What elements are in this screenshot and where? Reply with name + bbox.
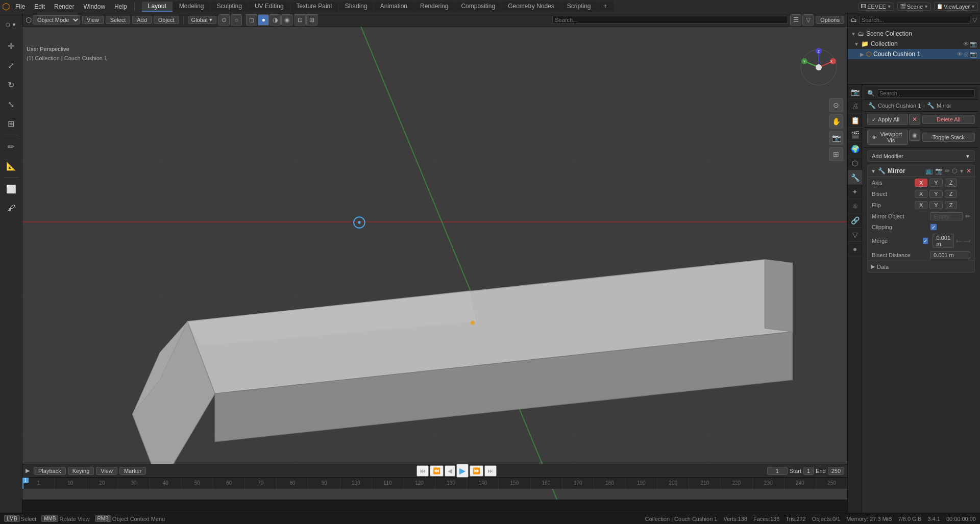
- tab-add[interactable]: +: [598, 2, 614, 12]
- xray-toggle[interactable]: ⊞: [306, 14, 317, 26]
- prop-tab-view-layer[interactable]: 📋: [848, 113, 862, 128]
- tool-move[interactable]: ⤢: [2, 56, 20, 74]
- mirror-collapse-btn[interactable]: ▼: [871, 168, 876, 174]
- mirror-cage-btn[interactable]: ⬡: [952, 167, 957, 174]
- properties-search[interactable]: [877, 89, 975, 97]
- select-menu[interactable]: Select: [106, 16, 131, 24]
- scene-dropdown[interactable]: ▼: [924, 4, 928, 9]
- keying-menu[interactable]: Keying: [68, 467, 94, 475]
- toggle-stack-btn[interactable]: Toggle Stack: [922, 133, 975, 142]
- menu-window[interactable]: Window: [79, 2, 109, 11]
- tool-measure[interactable]: 📐: [2, 157, 20, 175]
- flip-z-btn[interactable]: Z: [945, 201, 958, 209]
- prop-tab-particles[interactable]: ✦: [848, 185, 862, 199]
- start-frame[interactable]: 1: [803, 467, 814, 475]
- mirror-object-picker[interactable]: ✏: [965, 213, 970, 220]
- zoom-to-fit-btn[interactable]: ⊙: [829, 98, 843, 112]
- apply-all-x-btn[interactable]: ✕: [909, 114, 920, 125]
- clipping-checkbox[interactable]: ✓: [930, 223, 937, 231]
- tab-texture-paint[interactable]: Texture Paint: [290, 2, 338, 12]
- merge-checkbox[interactable]: ✓: [922, 237, 928, 244]
- flip-x-btn[interactable]: X: [915, 201, 927, 209]
- timeline-track[interactable]: 1 10 20 30 40 50 60 70 80 90 100 110: [22, 478, 847, 489]
- delete-all-btn[interactable]: Delete All: [922, 115, 975, 124]
- engine-dropdown[interactable]: ▼: [887, 4, 892, 9]
- outliner-search[interactable]: [859, 16, 970, 24]
- tool-add-cube[interactable]: ⬜: [2, 180, 20, 198]
- prop-tab-world[interactable]: 🌍: [848, 142, 862, 156]
- filter-funnel[interactable]: ▽: [802, 14, 814, 26]
- tab-modeling[interactable]: Modeling: [173, 2, 210, 12]
- step-back-btn[interactable]: ⏪: [430, 465, 444, 477]
- bisect-y-btn[interactable]: Y: [929, 190, 942, 198]
- navigation-gizmo[interactable]: X Y Z: [798, 47, 839, 88]
- flip-y-btn[interactable]: Y: [929, 201, 942, 209]
- tool-rotate[interactable]: ↻: [2, 76, 20, 94]
- view-menu[interactable]: View: [82, 16, 104, 24]
- cushion-render-btn[interactable]: 📷: [970, 51, 977, 58]
- menu-file[interactable]: File: [11, 2, 29, 11]
- prop-tab-constraints[interactable]: 🔗: [848, 213, 862, 228]
- camera-btn[interactable]: 📷: [829, 131, 843, 145]
- apply-all-btn[interactable]: ✓ Apply All: [867, 114, 908, 125]
- solid-mode[interactable]: ●: [258, 14, 269, 26]
- collection-render-btn[interactable]: 📷: [970, 41, 977, 47]
- mirror-close-btn[interactable]: ✕: [966, 167, 971, 174]
- merge-value[interactable]: 0.001 m: [933, 234, 954, 248]
- cushion-sel-btn[interactable]: ◎: [964, 51, 969, 58]
- tab-scripting[interactable]: Scripting: [561, 2, 597, 12]
- step-fwd-btn[interactable]: ⏩: [470, 465, 483, 477]
- current-frame[interactable]: 1: [767, 467, 788, 475]
- wire-mode[interactable]: ◻: [246, 14, 257, 26]
- view-menu-tl[interactable]: View: [96, 467, 117, 475]
- tab-compositing[interactable]: Compositing: [455, 2, 501, 12]
- play-btn[interactable]: ▶: [456, 464, 469, 478]
- bisect-z-btn[interactable]: Z: [945, 190, 958, 198]
- jump-end-btn[interactable]: ⏭: [484, 465, 497, 477]
- tab-layout[interactable]: Layout: [142, 2, 173, 12]
- cushion-vis-btn[interactable]: 👁: [957, 51, 963, 58]
- prop-tab-physics[interactable]: ⚛: [848, 199, 862, 213]
- prop-tab-data[interactable]: ▽: [848, 228, 862, 242]
- tab-rendering[interactable]: Rendering: [414, 2, 454, 12]
- collection-vis-btn[interactable]: 👁: [963, 41, 969, 47]
- overlay-toggle[interactable]: ⊡: [295, 14, 306, 26]
- tool-cursor[interactable]: ✛: [2, 37, 20, 55]
- viewlayer-dropdown[interactable]: ▼: [971, 4, 975, 9]
- mirror-realtime-btn[interactable]: 📺: [925, 167, 933, 174]
- playback-menu[interactable]: Playback: [34, 467, 66, 475]
- outliner-filter[interactable]: ▽: [972, 16, 977, 23]
- axis-y-btn[interactable]: Y: [929, 179, 942, 187]
- menu-edit[interactable]: Edit: [30, 2, 49, 11]
- tool-transform[interactable]: ⊞: [2, 114, 20, 133]
- data-section-toggle[interactable]: ▶ Data: [868, 261, 974, 272]
- prop-tab-scene[interactable]: 🎬: [848, 128, 862, 142]
- tool-mode-selector[interactable]: ⬡ ▼: [4, 15, 19, 34]
- menu-help[interactable]: Help: [110, 2, 131, 11]
- object-mode-select[interactable]: Object Mode: [33, 15, 80, 24]
- options-button[interactable]: Options: [816, 16, 844, 24]
- viewport-vis-btn[interactable]: 👁 Viewport Vis: [867, 130, 908, 145]
- filter-toggle[interactable]: ☰: [790, 14, 801, 26]
- prop-tab-object[interactable]: ⬡: [848, 156, 862, 170]
- snap-toggle[interactable]: ⊙: [218, 14, 230, 26]
- prop-tab-modifier[interactable]: 🔧: [848, 170, 862, 185]
- orientation-selector[interactable]: Global ▼: [188, 16, 217, 24]
- tab-shading[interactable]: Shading: [339, 2, 374, 12]
- prop-tab-material[interactable]: ●: [848, 242, 862, 256]
- render-mode[interactable]: ◉: [281, 14, 292, 26]
- tool-scale[interactable]: ⤡: [2, 95, 20, 113]
- tool-brush[interactable]: 🖌: [2, 199, 20, 217]
- material-mode[interactable]: ◑: [270, 14, 281, 26]
- add-menu[interactable]: Add: [132, 16, 152, 24]
- mirror-dropdown[interactable]: ▼: [959, 168, 964, 174]
- mirror-editmode-btn[interactable]: ✏: [945, 167, 950, 174]
- tab-sculpting[interactable]: Sculpting: [211, 2, 248, 12]
- viewport-search[interactable]: [552, 16, 788, 24]
- add-modifier-btn[interactable]: Add Modifier ▼: [867, 151, 975, 162]
- bisect-distance-value[interactable]: 0.001 m: [930, 251, 970, 259]
- object-menu[interactable]: Object: [154, 16, 179, 24]
- play-back-btn[interactable]: ◀: [445, 465, 455, 477]
- tab-geometry-nodes[interactable]: Geometry Nodes: [502, 2, 560, 12]
- axis-x-btn[interactable]: X: [915, 179, 927, 187]
